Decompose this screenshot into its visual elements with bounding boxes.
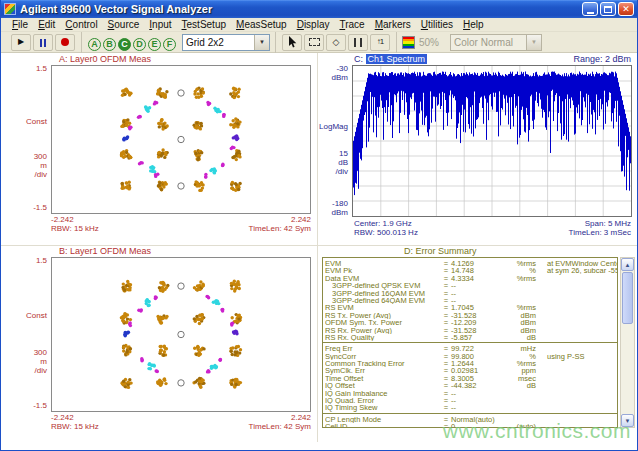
metric-label: 3GPP-defined 64QAM EVM xyxy=(325,297,441,304)
metric-label: Cell ID xyxy=(325,423,441,428)
metric-label: EVM Pk xyxy=(325,267,441,274)
panel-c-y-axis: -30 dBm LogMag 15 dB /div -180 dBm xyxy=(318,65,350,217)
y-min-label: -1.5 xyxy=(33,402,47,410)
metric-label: Freq Err xyxy=(325,345,441,352)
transport-group: ▶ xyxy=(5,32,81,53)
pointer-tool-button[interactable] xyxy=(282,34,302,51)
y-axis-title: Const xyxy=(26,312,47,320)
panel-b-plot[interactable] xyxy=(51,257,311,412)
zoom-box-tool-button[interactable] xyxy=(304,34,324,51)
panel-c: C: Ch1 Spectrum Range: 2 dBm -30 dBm Log… xyxy=(318,54,637,244)
metric-label: Data EVM xyxy=(325,275,441,282)
minimize-icon xyxy=(587,12,594,14)
trace-button-b[interactable]: B xyxy=(103,38,116,51)
equals-sign: = xyxy=(441,334,451,341)
menu-item-testsetup[interactable]: TestSetup xyxy=(177,18,231,31)
menu-item-control[interactable]: Control xyxy=(60,18,102,31)
menu-item-meassetup[interactable]: MeasSetup xyxy=(231,18,292,31)
band-marker-icon xyxy=(352,33,364,51)
timelen-label: TimeLen: 3 mSec xyxy=(569,228,631,237)
trace-select-group: ABCDEF Grid 2x2 ▼ xyxy=(81,32,275,53)
scroll-up-button[interactable]: ▲ xyxy=(621,258,634,271)
metric-label: RS Rx. Quality xyxy=(325,334,441,341)
trace-buttons: ABCDEF xyxy=(87,33,177,51)
trace-button-e[interactable]: E xyxy=(148,38,161,51)
menu-item-edit[interactable]: Edit xyxy=(33,18,60,31)
metric-label: 3GPP-defined QPSK EVM xyxy=(325,282,441,289)
menu-item-display[interactable]: Display xyxy=(292,18,335,31)
x-max-label: 2.242 xyxy=(291,413,311,422)
scrollbar-thumb[interactable] xyxy=(622,272,633,324)
marker-tool-button[interactable]: ◇ xyxy=(326,34,346,51)
timelen-label: TimeLen: 42 Sym xyxy=(249,224,311,233)
metric-label: SymClk. Err xyxy=(325,367,441,374)
metric-extra xyxy=(539,282,617,289)
close-button[interactable]: ✕ xyxy=(618,2,634,16)
panel-a-plot[interactable] xyxy=(51,65,311,214)
metric-value: 4.3334 xyxy=(451,275,503,282)
trace-button-f[interactable]: F xyxy=(163,38,176,51)
menu-item-markers[interactable]: Markers xyxy=(370,18,416,31)
trace-button-a[interactable]: A xyxy=(88,38,101,51)
record-button[interactable] xyxy=(55,34,75,51)
equals-sign: = xyxy=(441,404,451,411)
panel-c-title-selected[interactable]: Ch1 Spectrum xyxy=(366,54,428,64)
maximize-button[interactable] xyxy=(600,2,616,16)
error-summary-row: IQ Offset=-44.382dB xyxy=(325,382,617,389)
metric-label: RS EVM xyxy=(325,304,441,311)
metric-unit: dB xyxy=(503,382,539,389)
metric-extra xyxy=(539,275,617,282)
metric-extra xyxy=(539,334,617,341)
selection-box-icon xyxy=(309,38,320,46)
pause-button[interactable] xyxy=(33,34,53,51)
trace-button-d[interactable]: D xyxy=(133,38,146,51)
menu-item-input[interactable]: Input xyxy=(144,18,176,31)
metric-value: -- xyxy=(451,290,503,297)
menu-bar: FileEditControlSourceInputTestSetupMeasS… xyxy=(1,18,637,32)
restart-button[interactable]: ▶ xyxy=(11,34,31,51)
menu-item-trace[interactable]: Trace xyxy=(334,18,369,31)
rbw-label: RBW: 15 kHz xyxy=(51,422,99,431)
close-icon: ✕ xyxy=(622,5,630,14)
menu-item-file[interactable]: File xyxy=(7,18,33,31)
band-marker-tool-button[interactable] xyxy=(348,34,368,51)
metric-value: -44.382 xyxy=(451,382,503,389)
window-title: Agilent 89600 Vector Signal Analyzer xyxy=(20,3,582,15)
metric-extra xyxy=(539,360,617,367)
panel-c-plot[interactable] xyxy=(352,65,632,217)
ref-level-unit: dBm xyxy=(332,74,348,82)
metric-label: EVM xyxy=(325,260,441,267)
menu-item-utilities[interactable]: Utilities xyxy=(416,18,458,31)
error-summary-section: Freq Err=99.722mHzSyncCorr=99.800%using … xyxy=(323,343,617,414)
ref-level-value: -30 xyxy=(336,65,348,73)
db-per-div-label: /div xyxy=(336,168,348,176)
metric-extra xyxy=(539,390,617,397)
timelen-label: TimeLen: 42 Sym xyxy=(249,422,311,431)
maximize-icon xyxy=(604,6,612,13)
y-min-label: -1.5 xyxy=(33,204,47,212)
x-max-label: 2.242 xyxy=(291,215,311,224)
metric-label: Time Offset xyxy=(325,375,441,382)
metric-extra: using P-SS xyxy=(539,353,617,360)
metric-label: CP Length Mode xyxy=(325,416,441,423)
pointer-icon xyxy=(287,36,297,48)
grid-layout-select[interactable]: Grid 2x2 ▼ xyxy=(182,34,270,51)
minimize-button[interactable] xyxy=(582,2,598,16)
menu-item-source[interactable]: Source xyxy=(103,18,145,31)
app-window: Agilent 89600 Vector Signal Analyzer ✕ F… xyxy=(0,0,638,451)
metric-value: -- xyxy=(451,390,503,397)
peak-search-tool-button[interactable]: ↑1 xyxy=(370,34,390,51)
metric-value: -- xyxy=(451,397,503,404)
title-bar[interactable]: Agilent 89600 Vector Signal Analyzer ✕ xyxy=(1,0,637,18)
db-per-div-unit: dB xyxy=(338,159,348,167)
error-summary-section: EVM=4.1269%rmsat EVMWindow CenterEVM Pk=… xyxy=(323,258,617,343)
panel-b-title: B: Layer1 OFDM Meas xyxy=(59,246,151,257)
dropdown-arrow-icon[interactable]: ▼ xyxy=(254,35,269,50)
panel-b-y-axis: 1.5 Const 300 m /div -1.5 xyxy=(3,257,49,410)
menu-item-help[interactable]: Help xyxy=(458,18,489,31)
error-summary-scrollbar[interactable]: ▲ ▼ xyxy=(620,257,635,428)
metric-label: IQ Timing Skew xyxy=(325,404,441,411)
trace-button-c[interactable]: C xyxy=(118,38,131,51)
y-scale-per-div: /div xyxy=(35,367,47,375)
panel-a-title: A: Layer0 OFDM Meas xyxy=(59,54,151,65)
